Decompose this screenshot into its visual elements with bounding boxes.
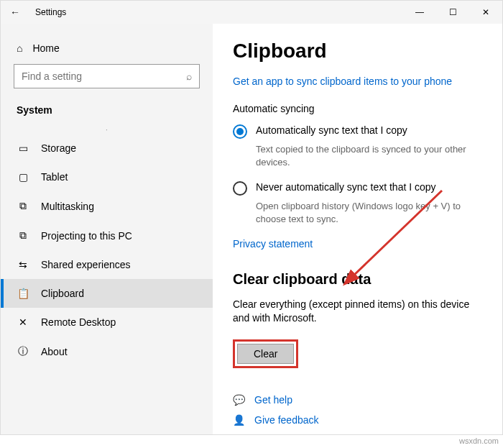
sidebar-item-label: Remote Desktop — [41, 316, 116, 328]
sidebar-item-shared[interactable]: ⇆ Shared experiences — [1, 250, 213, 279]
content-pane: Clipboard Get an app to sync clipboard i… — [213, 24, 502, 434]
search-field[interactable] — [22, 70, 186, 82]
storage-icon: ▭ — [17, 142, 29, 154]
tablet-icon: ▢ — [17, 171, 29, 183]
feedback-label: Give feedback — [254, 414, 319, 426]
radio-label: Never automatically sync text that I cop… — [256, 181, 436, 193]
minimize-button[interactable]: — — [403, 1, 436, 24]
home-icon: ⌂ — [17, 42, 22, 54]
sidebar-item-remote[interactable]: ✕ Remote Desktop — [1, 308, 213, 337]
privacy-link[interactable]: Privacy statement — [233, 238, 482, 250]
clipboard-icon: 📋 — [17, 288, 29, 299]
auto-sync-label: Automatic syncing — [233, 103, 482, 114]
home-label: Home — [32, 42, 59, 54]
sidebar-item-label: Storage — [41, 142, 76, 154]
clear-heading: Clear clipboard data — [233, 271, 482, 288]
feedback-icon: 👤 — [233, 414, 246, 426]
sidebar-item-clipboard[interactable]: 📋 Clipboard — [1, 279, 213, 308]
radio-icon — [233, 124, 247, 139]
project-icon: ⧉ — [17, 229, 29, 242]
shared-icon: ⇆ — [17, 259, 29, 270]
sidebar-item-label: Clipboard — [41, 288, 84, 299]
sidebar-item-label: Tablet — [41, 171, 68, 183]
sidebar-item-multitasking[interactable]: ⧉ Multitasking — [1, 191, 213, 221]
back-button[interactable]: ← — [1, 6, 29, 18]
nav-list: ▭ Storage ▢ Tablet ⧉ Multitasking ⧉ Proj… — [1, 134, 213, 434]
sidebar: ⌂ Home ⌕ System · ▭ Storage ▢ Tablet — [1, 24, 213, 434]
sidebar-item-label: Multitasking — [41, 201, 94, 212]
radio-auto-sync[interactable]: Automatically sync text that I copy — [233, 124, 482, 139]
sidebar-item-label: About — [41, 346, 68, 357]
sidebar-item-label: Shared experiences — [41, 259, 131, 270]
sidebar-item-projecting[interactable]: ⧉ Projecting to this PC — [1, 221, 213, 250]
feedback-link[interactable]: 👤 Give feedback — [233, 414, 482, 426]
radio-desc: Text copied to the clipboard is synced t… — [256, 143, 482, 168]
search-input[interactable]: ⌕ — [14, 64, 200, 88]
multitask-icon: ⧉ — [17, 200, 29, 212]
category-label: System — [1, 97, 213, 126]
sidebar-item-storage[interactable]: ▭ Storage — [1, 134, 213, 163]
help-icon: 💬 — [233, 394, 246, 406]
radio-desc: Open clipboard history (Windows logo key… — [256, 200, 482, 225]
home-button[interactable]: ⌂ Home — [1, 37, 213, 60]
remote-icon: ✕ — [17, 316, 29, 328]
radio-never-sync[interactable]: Never automatically sync text that I cop… — [233, 181, 482, 196]
window-title: Settings — [29, 7, 66, 17]
watermark: wsxdn.com — [459, 436, 499, 445]
close-button[interactable]: ✕ — [469, 1, 502, 24]
sync-app-link[interactable]: Get an app to sync clipboard items to yo… — [233, 76, 482, 87]
radio-label: Automatically sync text that I copy — [256, 124, 407, 136]
help-label: Get help — [254, 394, 292, 406]
page-title: Clipboard — [233, 40, 482, 63]
maximize-button[interactable]: ☐ — [436, 1, 469, 24]
clear-highlight: Clear — [233, 339, 298, 368]
get-help-link[interactable]: 💬 Get help — [233, 394, 482, 406]
sidebar-item-tablet[interactable]: ▢ Tablet — [1, 163, 213, 191]
clear-button[interactable]: Clear — [237, 344, 294, 364]
about-icon: ⓘ — [17, 345, 29, 358]
radio-icon — [233, 181, 247, 196]
search-icon: ⌕ — [186, 70, 192, 82]
sidebar-item-about[interactable]: ⓘ About — [1, 337, 213, 367]
sidebar-item-label: Projecting to this PC — [41, 230, 132, 242]
clear-desc: Clear everything (except pinned items) o… — [233, 298, 482, 325]
